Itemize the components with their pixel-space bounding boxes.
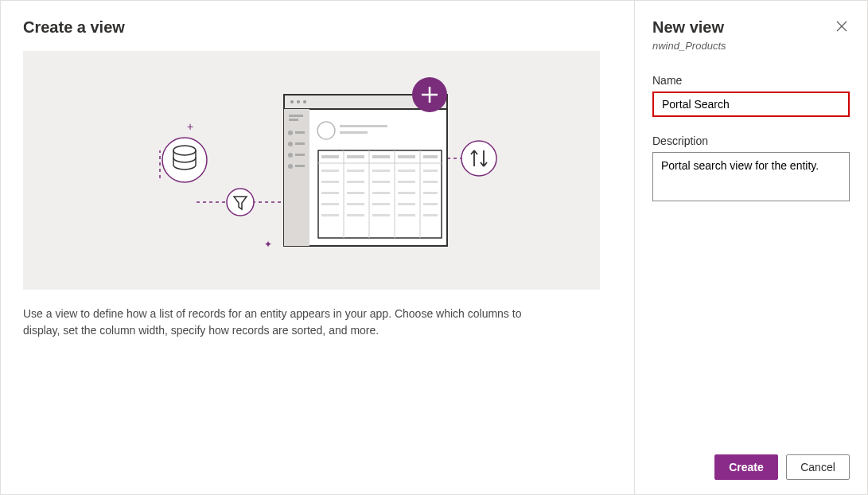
svg-rect-60 [321,214,339,216]
svg-rect-45 [321,181,339,183]
svg-rect-38 [423,155,438,158]
svg-point-22 [288,153,293,158]
left-pane: Create a view + ✦ ✦ [1,1,634,494]
svg-rect-27 [340,125,387,127]
svg-rect-49 [423,181,438,183]
svg-rect-48 [398,181,415,183]
svg-rect-17 [289,119,298,121]
svg-rect-16 [289,115,303,117]
svg-rect-64 [423,214,438,216]
view-illustration-svg: + ✦ ✦ [121,71,503,270]
svg-point-20 [288,142,293,146]
svg-rect-56 [347,203,364,205]
svg-rect-15 [284,109,309,246]
svg-rect-37 [398,155,415,158]
svg-point-18 [288,131,293,135]
description-label: Description [652,134,850,147]
svg-point-7 [162,138,207,182]
svg-rect-55 [321,203,339,205]
svg-rect-35 [347,155,364,158]
cancel-button[interactable]: Cancel [786,454,850,480]
svg-rect-61 [347,214,364,216]
close-button[interactable] [834,18,850,37]
description-input[interactable] [652,152,850,201]
svg-rect-28 [340,131,368,134]
name-input[interactable] [652,92,850,117]
illustration: + ✦ ✦ [23,51,600,290]
create-view-dialog: Create a view + ✦ ✦ [0,0,868,495]
svg-rect-52 [372,192,390,194]
svg-rect-36 [372,155,390,158]
close-icon [835,20,848,33]
svg-rect-57 [372,203,390,205]
svg-point-68 [461,141,496,176]
svg-rect-54 [423,192,438,194]
svg-rect-34 [321,155,339,158]
right-title: New view [652,18,724,37]
right-pane: New view nwind_Products Name Description [635,1,867,494]
svg-point-14 [303,100,306,103]
svg-point-12 [290,100,294,103]
entity-subtitle: nwind_Products [652,40,850,52]
svg-rect-58 [398,203,415,205]
svg-rect-19 [295,131,305,134]
svg-rect-40 [321,170,339,172]
svg-rect-23 [295,154,305,156]
svg-rect-50 [321,192,339,194]
svg-text:+: + [187,120,193,133]
dialog-footer: Create Cancel [714,454,850,480]
create-button[interactable]: Create [714,454,778,480]
svg-text:✦: ✦ [264,239,272,250]
svg-rect-46 [347,181,364,183]
svg-rect-53 [398,192,415,194]
svg-rect-25 [295,165,305,167]
name-label: Name [652,74,850,87]
svg-rect-63 [398,214,415,216]
svg-rect-51 [347,192,364,194]
svg-rect-21 [295,142,305,145]
svg-rect-59 [423,203,438,205]
svg-point-24 [288,164,293,169]
svg-rect-62 [372,214,390,216]
svg-rect-41 [347,170,364,172]
svg-rect-43 [398,170,415,172]
left-title: Create a view [23,18,612,37]
svg-rect-44 [423,170,438,172]
svg-point-9 [227,189,254,216]
left-description: Use a view to define how a list of recor… [23,306,532,339]
svg-point-13 [297,100,300,103]
svg-rect-47 [372,181,390,183]
svg-rect-42 [372,170,390,172]
